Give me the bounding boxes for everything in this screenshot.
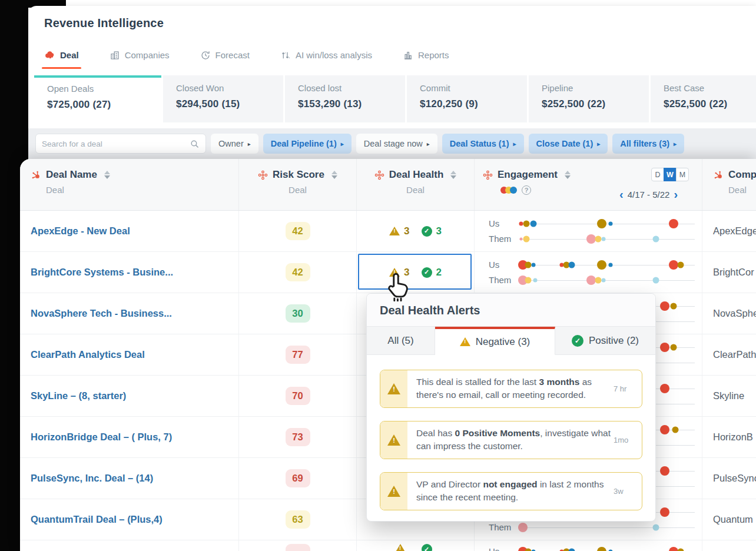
engagement-dot-blue <box>608 221 612 225</box>
deal-health-cell[interactable]: 33 <box>356 211 474 251</box>
tab-forecast[interactable]: Forecast <box>200 50 250 61</box>
company-cell: ClearPath <box>702 334 756 375</box>
help-icon[interactable]: ? <box>522 185 531 195</box>
table-header: Deal Name Deal Risk Score Deal Deal Heal… <box>20 159 756 211</box>
tab-all[interactable]: All (5) <box>367 327 435 354</box>
deal-health-cell[interactable] <box>356 540 474 551</box>
engagement-dot-pink <box>519 237 522 240</box>
tab-negative[interactable]: Negative (3) <box>435 327 555 355</box>
card-label: Commit <box>420 83 527 93</box>
search-input[interactable] <box>42 140 190 148</box>
risk-score-cell: 73 <box>238 417 356 457</box>
engagement-dot-olive <box>597 260 606 270</box>
deal-name-link[interactable]: QuantumTrail Deal – (Plus,4) <box>31 514 163 525</box>
click-cursor-icon <box>382 270 413 304</box>
column-header-engagement[interactable]: Engagement ? <box>474 159 702 210</box>
tab-label: Deal <box>60 50 79 60</box>
legend-dot-blue <box>510 187 517 194</box>
deal-name-link[interactable]: NovaSphere Tech - Business... <box>31 308 172 319</box>
sort-icon[interactable] <box>450 171 456 179</box>
column-header-company[interactable]: Comp Deal <box>702 159 756 210</box>
chevron-right-icon: ▸ <box>248 141 251 147</box>
warning-icon <box>460 337 470 346</box>
engagement-us-line: Us <box>489 546 695 551</box>
filter-label: Close Date (1) <box>536 139 593 148</box>
deal-name-link[interactable]: HorizonBridge Deal – ( Plus, 7) <box>31 431 172 443</box>
tab-label: Reports <box>418 50 449 60</box>
risk-score-badge: 42 <box>286 263 310 281</box>
deal-name-link[interactable]: PulseSync, Inc. Deal – (14) <box>31 473 153 484</box>
column-title: Risk Score <box>273 169 324 181</box>
column-header-risk-score[interactable]: Risk Score Deal <box>238 159 356 210</box>
summary-card-best-case[interactable]: Best Case$252,500 (22) <box>651 75 756 122</box>
deal-health-alerts-popup: Deal Health Alerts All (5)Negative (3)Po… <box>366 293 656 522</box>
column-subtitle: Deal <box>728 185 756 195</box>
sort-icon[interactable] <box>331 171 337 179</box>
filter-all-filters-3-[interactable]: All filters (3)▸ <box>612 134 684 154</box>
summary-card-closed-lost[interactable]: Closed lost$153,290 (13) <box>285 75 405 122</box>
summary-card-closed-won[interactable]: Closed Won$294,500 (15) <box>163 75 283 122</box>
filter-deal-pipeline-1-[interactable]: Deal Pipeline (1)▸ <box>263 134 352 154</box>
deal-name-link[interactable]: ClearPath Analytics Deal <box>31 349 145 360</box>
engagement-track <box>519 219 695 228</box>
health-alert-card[interactable]: Deal has 0 Positive Moments, investigate… <box>380 421 642 459</box>
tab-companies[interactable]: Companies <box>110 50 170 61</box>
screenshot-root: Revenue Intelligence DealCompaniesForeca… <box>0 0 756 551</box>
chevron-right-icon: ▸ <box>597 141 600 147</box>
forecast-icon <box>200 50 211 61</box>
table-row: Us <box>20 540 756 551</box>
integration-cross-icon <box>483 170 493 180</box>
filter-deal-status-1-[interactable]: Deal Status (1)▸ <box>442 134 524 154</box>
column-header-deal-health[interactable]: Deal Health Deal <box>356 159 474 210</box>
summary-cards: Open Deals$725,000 (27)Closed Won$294,50… <box>34 75 756 122</box>
health-alert-card[interactable]: This deal is stalled for the last 3 mont… <box>380 370 642 408</box>
engagement-dot-red <box>660 425 669 434</box>
engagement-track <box>519 234 695 244</box>
tab-positive[interactable]: Positive (2) <box>555 327 655 354</box>
next-range-icon[interactable]: › <box>674 188 678 200</box>
granularity-m[interactable]: M <box>676 168 689 181</box>
search-deal-box[interactable] <box>35 134 206 154</box>
engagement-dot-olive <box>678 548 684 551</box>
prev-range-icon[interactable]: ‹ <box>619 188 624 200</box>
alert-timestamp: 7 hr <box>614 370 642 407</box>
deal-name-link[interactable]: ApexEdge - New Deal <box>31 225 130 237</box>
deal-name-link[interactable]: BrightCore Systems - Busine... <box>31 267 173 278</box>
summary-card-pipeline[interactable]: Pipeline$252,500 (22) <box>529 75 649 122</box>
filter-deal-stage-now[interactable]: Deal stage now▸ <box>356 134 437 154</box>
popup-tab-label: Negative (3) <box>476 336 530 348</box>
granularity-d[interactable]: D <box>651 168 664 181</box>
integration-cross-icon <box>374 170 384 180</box>
filter-bar: Owner▸Deal Pipeline (1)▸Deal stage now▸D… <box>28 128 756 159</box>
deal-name-cell: HorizonBridge Deal – ( Plus, 7) <box>20 417 238 457</box>
positive-count: 3 <box>436 225 442 237</box>
risk-score-cell: 77 <box>238 334 356 375</box>
sort-icon[interactable] <box>104 171 110 179</box>
tab-ai-win-loss-analysis[interactable]: AI win/loss analysis <box>280 50 372 61</box>
check-icon <box>422 544 432 551</box>
engagement-dot-olive <box>523 220 529 227</box>
tab-reports[interactable]: Reports <box>403 50 449 61</box>
filter-owner[interactable]: Owner▸ <box>211 134 258 154</box>
engagement-dot-blue <box>569 261 575 268</box>
tab-deal[interactable]: Deal <box>44 49 79 61</box>
deal-name-link[interactable]: SkyLine – (8, starter) <box>31 390 126 401</box>
filter-close-date-1-[interactable]: Close Date (1)▸ <box>529 134 608 154</box>
summary-card-commit[interactable]: Commit$120,250 (9) <box>407 75 527 122</box>
warning-icon <box>387 383 400 394</box>
search-icon[interactable] <box>190 139 200 149</box>
deal-name-cell: ClearPath Analytics Deal <box>20 334 238 375</box>
engagement-us-line: Us <box>489 218 695 228</box>
deal-health-cell[interactable]: 32 <box>356 252 474 293</box>
summary-card-open-deals[interactable]: Open Deals$725,000 (27) <box>34 75 161 122</box>
engagement-dot-lightblue <box>653 277 659 283</box>
sort-icon[interactable] <box>565 171 571 179</box>
engagement-track <box>519 260 695 270</box>
engagement-dot-blue <box>608 263 612 267</box>
deal-name-cell: QuantumTrail Deal – (Plus,4) <box>20 499 238 540</box>
health-alert-card[interactable]: VP and Director not engaged in last 2 mo… <box>380 472 642 510</box>
risk-score-badge: 63 <box>286 510 310 529</box>
granularity-w[interactable]: W <box>664 168 677 181</box>
column-header-deal-name[interactable]: Deal Name Deal <box>20 159 238 210</box>
engagement-dot-olive <box>672 426 679 433</box>
